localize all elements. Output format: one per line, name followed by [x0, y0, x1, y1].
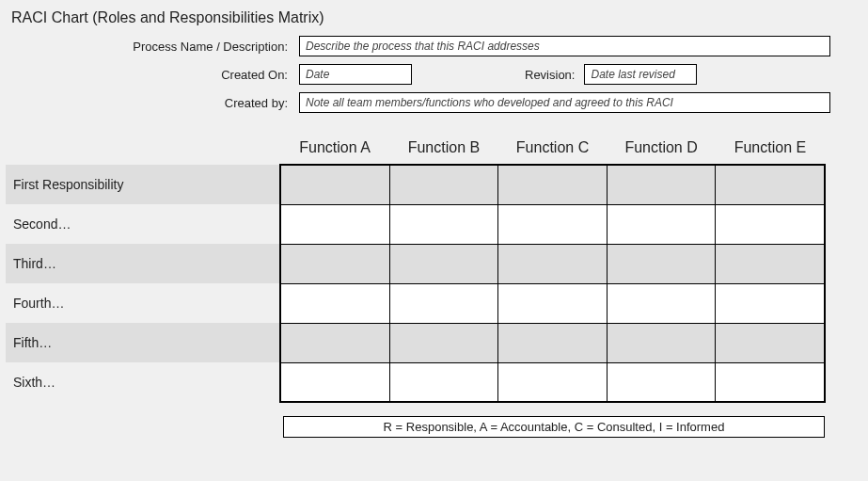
raci-cell[interactable]: [280, 204, 389, 244]
table-row: Sixth…: [6, 362, 825, 402]
raci-cell[interactable]: [607, 204, 716, 244]
raci-cell[interactable]: [607, 323, 716, 362]
col-header[interactable]: Function D: [607, 139, 716, 165]
raci-cell[interactable]: [607, 283, 716, 323]
raci-document: RACI Chart (Roles and Responsibilities M…: [0, 0, 868, 457]
col-header[interactable]: Function C: [498, 139, 608, 165]
raci-cell[interactable]: [498, 323, 608, 362]
raci-cell[interactable]: [280, 165, 389, 204]
created-by-label: Created by:: [100, 96, 299, 110]
raci-cell[interactable]: [607, 362, 716, 402]
raci-cell[interactable]: [498, 362, 608, 402]
table-row: Third…: [6, 244, 825, 283]
raci-table: Function A Function B Function C Functio…: [6, 139, 826, 403]
raci-cell[interactable]: [716, 362, 825, 402]
raci-cell[interactable]: [607, 244, 716, 283]
raci-cell[interactable]: [498, 283, 608, 323]
process-label: Process Name / Description:: [100, 40, 299, 54]
created-on-label: Created On:: [100, 68, 299, 82]
table-row: Second…: [6, 204, 825, 244]
table-row: Fifth…: [6, 323, 825, 362]
raci-cell[interactable]: [716, 323, 825, 362]
row-label[interactable]: Sixth…: [6, 362, 280, 402]
raci-cell[interactable]: [280, 323, 389, 362]
revision-label: Revision:: [412, 68, 584, 82]
raci-cell[interactable]: [716, 165, 825, 204]
created-on-input[interactable]: Date: [299, 64, 412, 85]
col-header[interactable]: Function E: [716, 139, 825, 165]
raci-cell[interactable]: [389, 323, 498, 362]
raci-cell[interactable]: [280, 283, 389, 323]
table-row: Fourth…: [6, 283, 825, 323]
row-label[interactable]: Fourth…: [6, 283, 280, 323]
col-header[interactable]: Function A: [280, 139, 389, 165]
raci-cell[interactable]: [716, 283, 825, 323]
page-title: RACI Chart (Roles and Responsibilities M…: [11, 9, 849, 26]
raci-cell[interactable]: [280, 362, 389, 402]
raci-cell[interactable]: [498, 244, 608, 283]
raci-legend: R = Responsible, A = Accountable, C = Co…: [283, 416, 825, 438]
created-by-input[interactable]: Note all team members/functions who deve…: [299, 92, 830, 113]
row-label[interactable]: Second…: [6, 204, 280, 244]
revision-input[interactable]: Date last revised: [584, 64, 697, 85]
raci-grid: Function A Function B Function C Functio…: [6, 139, 849, 438]
raci-cell[interactable]: [716, 244, 825, 283]
raci-cell[interactable]: [498, 204, 608, 244]
meta-block: Process Name / Description: Describe the…: [100, 36, 830, 113]
row-label[interactable]: Fifth…: [6, 323, 280, 362]
raci-cell[interactable]: [389, 283, 498, 323]
raci-cell[interactable]: [389, 204, 498, 244]
col-header[interactable]: Function B: [389, 139, 498, 165]
raci-cell[interactable]: [498, 165, 608, 204]
raci-cell[interactable]: [389, 362, 498, 402]
raci-cell[interactable]: [607, 165, 716, 204]
row-label[interactable]: Third…: [6, 244, 280, 283]
row-label[interactable]: First Responsibility: [6, 165, 280, 204]
table-row: First Responsibility: [6, 165, 825, 204]
process-input[interactable]: Describe the process that this RACI addr…: [299, 36, 830, 56]
raci-cell[interactable]: [389, 244, 498, 283]
raci-cell[interactable]: [389, 165, 498, 204]
raci-cell[interactable]: [280, 244, 389, 283]
raci-cell[interactable]: [716, 204, 825, 244]
